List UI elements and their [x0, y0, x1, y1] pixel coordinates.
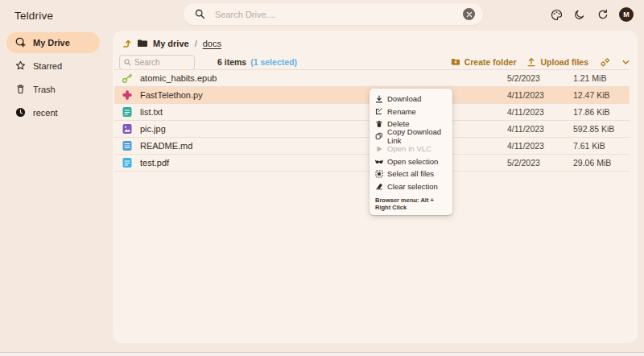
edit-icon	[375, 107, 383, 115]
sidebar-item-recent[interactable]: recent	[6, 102, 100, 123]
list-search[interactable]	[119, 55, 195, 70]
create-folder-button[interactable]: Create folder	[451, 57, 517, 67]
file-size: 12.47 KiB	[573, 90, 610, 100]
file-size: 1.21 MiB	[573, 73, 606, 83]
file-size: 592.85 KiB	[573, 124, 614, 134]
create-folder-label: Create folder	[464, 57, 517, 67]
user-avatar[interactable]: M	[619, 7, 634, 22]
sidebar: My Drive Starred Trash recent	[6, 32, 100, 123]
file-name: README.md	[140, 141, 192, 151]
trash-icon	[375, 120, 383, 128]
file-date: 5/2/2023	[507, 73, 540, 83]
menu-item-label: Select all files	[387, 169, 434, 178]
copy-icon	[375, 132, 383, 140]
file-date: 4/11/2023	[507, 90, 544, 100]
text-file-icon	[122, 106, 133, 118]
file-name: FastTelethon.py	[140, 90, 203, 100]
file-name: atomic_habits.epub	[140, 73, 217, 83]
file-size: 17.86 KiB	[573, 107, 610, 117]
image-file-icon	[122, 123, 133, 135]
clock-icon	[15, 107, 26, 119]
list-toolbar: 6 items (1 selected) Create folder Uploa…	[119, 53, 631, 71]
menu-item-copy-download-link[interactable]: Copy Download Link	[369, 130, 452, 143]
file-size: 29.06 MiB	[573, 158, 611, 168]
sidebar-item-label: Starred	[33, 61, 62, 71]
menu-item-label: Download	[387, 94, 421, 103]
file-date: 5/2/2023	[507, 158, 540, 168]
items-count: 6 items	[217, 57, 246, 67]
menu-item-label: Copy Download Link	[387, 127, 447, 145]
menu-item-label: Open In VLC	[387, 144, 431, 153]
sidebar-item-trash[interactable]: Trash	[6, 79, 100, 100]
folder-icon	[137, 38, 147, 50]
eraser-icon	[375, 182, 383, 190]
sidebar-item-label: My Drive	[33, 38, 70, 48]
file-date: 4/11/2023	[507, 141, 544, 151]
app-title: Teldrive	[14, 10, 53, 22]
clear-search-icon[interactable]	[463, 8, 475, 20]
play-icon	[375, 145, 383, 153]
search-icon	[124, 59, 131, 66]
selected-count: (1 selected)	[250, 57, 297, 67]
download-icon	[375, 95, 383, 103]
moon-icon[interactable]	[572, 7, 587, 22]
upload-files-button[interactable]: Upload files	[526, 57, 588, 67]
global-search-input[interactable]	[215, 10, 463, 19]
menu-item-clear-selection[interactable]: Clear selection	[369, 180, 452, 193]
menu-item-label: Clear selection	[387, 182, 438, 191]
chevron-down-icon[interactable]	[621, 57, 631, 68]
breadcrumb-separator: /	[195, 39, 197, 48]
bottom-edge-divider	[0, 352, 644, 356]
context-menu: Download Rename Delete Copy Download Lin…	[369, 89, 452, 215]
list-search-input[interactable]	[134, 58, 186, 67]
palette-icon[interactable]	[549, 7, 564, 22]
upload-icon	[526, 57, 536, 67]
context-menu-footer: Browser menu: Alt + Right Click	[369, 192, 452, 213]
folder-plus-icon	[451, 57, 460, 67]
sidebar-item-my-drive[interactable]: My Drive	[6, 32, 100, 53]
markdown-file-icon	[122, 140, 133, 151]
file-name: test.pdf	[140, 158, 169, 168]
menu-item-open-selection[interactable]: Open selection	[369, 155, 452, 168]
drive-add-icon	[15, 37, 26, 49]
menu-item-select-all-files[interactable]: Select all files	[369, 168, 452, 180]
file-row[interactable]: atomic_habits.epub 5/2/2023 1.21 MiB	[114, 70, 630, 87]
trash-icon	[15, 84, 26, 96]
menu-item-rename[interactable]: Rename	[369, 106, 452, 118]
menu-item-download[interactable]: Download	[369, 93, 452, 106]
file-name: pic.jpg	[140, 124, 166, 134]
file-name: list.txt	[140, 107, 163, 117]
file-size: 7.61 KiB	[573, 141, 605, 151]
star-icon	[15, 60, 26, 72]
file-date: 4/11/2023	[507, 124, 544, 134]
sidebar-item-starred[interactable]: Starred	[6, 56, 100, 77]
pdf-file-icon	[122, 157, 133, 168]
search-icon	[195, 9, 205, 19]
breadcrumb-root[interactable]: My drive	[153, 39, 189, 48]
menu-item-label: Rename	[387, 107, 416, 116]
view-settings-gears-icon[interactable]	[599, 56, 610, 68]
file-date: 4/11/2023	[507, 107, 544, 117]
upload-files-label: Upload files	[540, 57, 588, 67]
refresh-icon[interactable]	[596, 7, 610, 22]
breadcrumb-current[interactable]: docs	[203, 39, 221, 48]
global-search[interactable]	[184, 3, 483, 25]
breadcrumb: My drive / docs	[121, 36, 221, 51]
epub-key-icon	[122, 72, 133, 84]
python-file-icon	[122, 89, 133, 101]
sidebar-item-label: Trash	[33, 85, 56, 94]
sidebar-item-label: recent	[33, 108, 58, 118]
select-all-icon	[375, 170, 383, 178]
glasses-icon	[375, 157, 383, 165]
up-level-icon[interactable]	[121, 38, 131, 50]
menu-item-label: Open selection	[387, 157, 438, 166]
